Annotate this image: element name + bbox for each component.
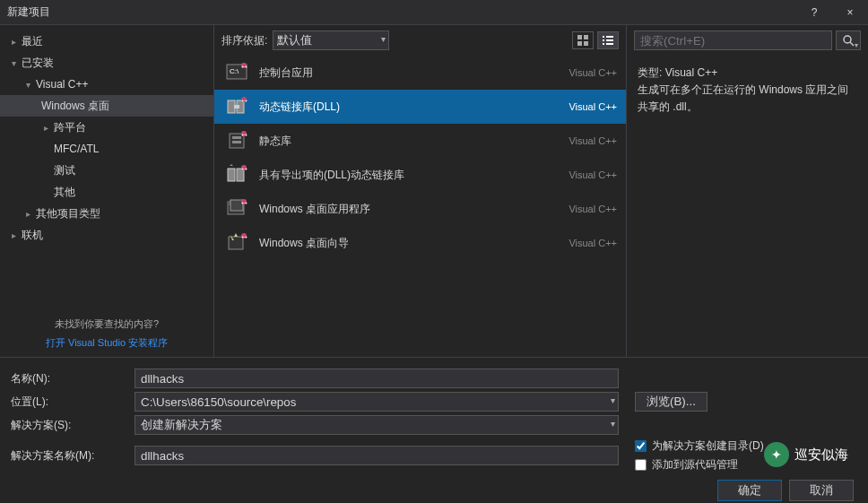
view-toggle xyxy=(572,31,619,49)
source-control-checkbox[interactable] xyxy=(635,459,647,471)
titlebar: 新建项目 ? × xyxy=(0,0,868,25)
template-lang: Visual C++ xyxy=(569,238,617,248)
svg-rect-1 xyxy=(584,35,588,39)
wizard-icon: ++ xyxy=(223,230,250,256)
svg-rect-2 xyxy=(577,41,582,46)
right-header: ▾ xyxy=(627,25,868,56)
svg-text:C:\: C:\ xyxy=(230,67,239,75)
type-label: 类型: xyxy=(638,66,662,79)
svg-rect-6 xyxy=(603,39,604,41)
not-found-hint: 未找到你要查找的内容? xyxy=(0,317,213,331)
svg-rect-5 xyxy=(606,36,613,38)
svg-rect-4 xyxy=(603,36,604,38)
svg-rect-9 xyxy=(606,43,613,45)
browse-button[interactable]: 浏览(B)... xyxy=(635,392,707,412)
type-value: Visual C++ xyxy=(665,66,717,79)
template-name: Windows 桌面应用程序 xyxy=(259,202,569,217)
sort-label: 排序依据: xyxy=(221,33,267,48)
center-panel: 排序依据: ▾ C:\++ 控制台应用 Visual C++ xyxy=(213,25,626,357)
template-lang: Visual C++ xyxy=(569,204,617,214)
template-name: 动态链接库(DLL) xyxy=(259,100,569,115)
template-name: 静态库 xyxy=(259,134,569,149)
svg-rect-0 xyxy=(577,35,582,39)
nav-bottom: 未找到你要查找的内容? 打开 Visual Studio 安装程序 xyxy=(0,317,213,350)
solution-label: 解决方案(S): xyxy=(11,418,127,433)
button-bar: 确定 取消 xyxy=(11,480,857,503)
template-row[interactable]: ++ 静态库 Visual C++ xyxy=(214,124,626,158)
main-area: ▸ 最近 ▾ 已安装 ▾ Visual C++ Windows 桌面 ▸ 跨平台… xyxy=(0,25,868,357)
form-area: 名称(N): 位置(L): ▾ 浏览(B)... 解决方案(S): ▾ 解决方案… xyxy=(0,357,868,503)
chevron-right-icon: ▸ xyxy=(7,230,20,240)
nav-installed[interactable]: ▾ 已安装 xyxy=(0,52,213,74)
svg-point-36 xyxy=(844,36,851,43)
svg-rect-20 xyxy=(232,136,241,139)
console-app-icon: C:\++ xyxy=(223,60,250,85)
nav-test[interactable]: 测试 xyxy=(0,160,213,181)
search-input[interactable] xyxy=(634,30,832,50)
svg-text:++: ++ xyxy=(241,132,248,137)
chevron-down-icon: ▾ xyxy=(22,80,34,90)
template-row[interactable]: ++ 具有导出项的(DLL)动态链接库 Visual C++ xyxy=(214,158,626,192)
dll-export-icon: ++ xyxy=(223,162,250,187)
static-lib-icon: ++ xyxy=(223,128,250,153)
create-dir-label: 为解决方案创建目录(D) xyxy=(652,438,764,454)
svg-rect-8 xyxy=(603,43,604,45)
cancel-button[interactable]: 取消 xyxy=(789,480,854,501)
template-lang: Visual C++ xyxy=(569,101,617,112)
dialog-title: 新建项目 xyxy=(7,4,50,20)
left-nav: ▸ 最近 ▾ 已安装 ▾ Visual C++ Windows 桌面 ▸ 跨平台… xyxy=(0,25,213,357)
nav-other-project-types[interactable]: ▸ 其他项目类型 xyxy=(0,203,213,224)
svg-text:++: ++ xyxy=(241,200,248,205)
chevron-right-icon: ▸ xyxy=(22,209,34,219)
template-row[interactable]: ++ Windows 桌面应用程序 Visual C++ xyxy=(214,192,626,226)
create-dir-checkbox[interactable] xyxy=(635,440,647,452)
center-header: 排序依据: ▾ xyxy=(214,25,626,56)
svg-rect-24 xyxy=(228,169,235,181)
svg-rect-7 xyxy=(606,39,613,41)
svg-rect-16 xyxy=(234,105,239,108)
ok-button[interactable]: 确定 xyxy=(717,480,782,501)
nav-other[interactable]: 其他 xyxy=(0,181,213,203)
nav-mfc-atl[interactable]: MFC/ATL xyxy=(0,138,213,160)
solution-name-input[interactable] xyxy=(135,446,619,465)
svg-text:++: ++ xyxy=(241,166,248,171)
solution-select[interactable] xyxy=(135,415,619,435)
svg-rect-21 xyxy=(232,141,241,143)
template-description: 类型: Visual C++ 生成可在多个正在运行的 Windows 应用之间共… xyxy=(627,56,868,126)
nav-online[interactable]: ▸ 联机 xyxy=(0,224,213,246)
nav-visual-cpp[interactable]: ▾ Visual C++ xyxy=(0,74,213,95)
template-lang: Visual C++ xyxy=(569,169,617,180)
svg-text:++: ++ xyxy=(241,98,248,103)
chevron-right-icon: ▸ xyxy=(39,123,52,133)
help-button[interactable]: ? xyxy=(796,0,832,25)
name-input[interactable] xyxy=(135,369,619,388)
template-row[interactable]: ++ 动态链接库(DLL) Visual C++ xyxy=(214,90,626,124)
windows-app-icon: ++ xyxy=(223,196,250,221)
nav-recent[interactable]: ▸ 最近 xyxy=(0,30,213,52)
chevron-right-icon: ▸ xyxy=(7,37,20,47)
template-name: 具有导出项的(DLL)动态链接库 xyxy=(259,168,569,183)
dll-icon: ++ xyxy=(223,94,250,119)
titlebar-controls: ? × xyxy=(796,0,868,25)
template-row[interactable]: ++ Windows 桌面向导 Visual C++ xyxy=(214,226,626,260)
nav-windows-desktop[interactable]: Windows 桌面 xyxy=(0,95,213,117)
svg-text:++: ++ xyxy=(241,64,248,69)
location-label: 位置(L): xyxy=(11,395,127,410)
search-button[interactable]: ▾ xyxy=(836,30,861,50)
list-view-button[interactable] xyxy=(597,31,619,49)
location-input[interactable] xyxy=(135,392,619,412)
template-list: C:\++ 控制台应用 Visual C++ ++ 动态链接库(DLL) Vis… xyxy=(214,56,626,357)
template-lang: Visual C++ xyxy=(569,135,617,146)
sort-select[interactable] xyxy=(273,30,389,50)
template-row[interactable]: C:\++ 控制台应用 Visual C++ xyxy=(214,56,626,90)
grid-view-button[interactable] xyxy=(572,31,594,49)
source-control-label: 添加到源代码管理 xyxy=(652,457,738,473)
svg-rect-14 xyxy=(228,100,235,113)
description-text: 生成可在多个正在运行的 Windows 应用之间共享的 .dll。 xyxy=(638,82,857,116)
template-name: Windows 桌面向导 xyxy=(259,236,569,251)
close-button[interactable]: × xyxy=(832,0,868,25)
svg-rect-3 xyxy=(584,41,588,46)
nav-cross-platform[interactable]: ▸ 跨平台 xyxy=(0,117,213,138)
chevron-down-icon: ▾ xyxy=(7,58,20,68)
open-installer-link[interactable]: 打开 Visual Studio 安装程序 xyxy=(0,336,213,350)
